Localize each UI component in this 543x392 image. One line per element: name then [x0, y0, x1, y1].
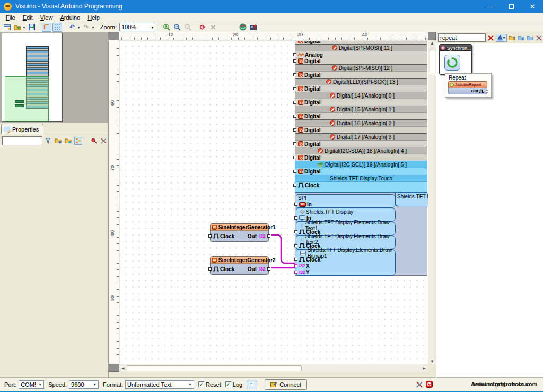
pin-digital[interactable]: Digital — [295, 168, 427, 175]
minimize-button[interactable]: — — [479, 0, 501, 13]
speed-select[interactable]: 9600▼ — [69, 380, 99, 389]
pin-connector[interactable] — [293, 156, 296, 159]
panel-settings-icon[interactable] — [100, 137, 108, 145]
pin-digital[interactable]: Digital — [295, 141, 427, 147]
format-select[interactable]: Unformatted Text▼ — [125, 380, 194, 389]
pin-y[interactable]: I32Y — [296, 269, 395, 275]
pin-connector[interactable] — [294, 216, 297, 220]
redo-dropdown-caret[interactable]: ▼ — [91, 25, 95, 29]
channel-block[interactable]: Digital(LED)(SPI-SCK)[ 13 ]Digital — [295, 78, 427, 92]
reconnect-button[interactable]: ⟳ — [198, 23, 207, 32]
power-info-icon[interactable] — [425, 380, 433, 388]
new-project-button[interactable] — [2, 23, 12, 32]
search-filter-wizard-icon[interactable]: ▼ — [496, 34, 507, 42]
pin-connector[interactable] — [294, 258, 297, 261]
pin-connector[interactable] — [293, 73, 296, 76]
pin-in[interactable]: SPIIn — [296, 201, 395, 207]
clear-search-icon[interactable] — [487, 34, 495, 42]
save-button[interactable] — [27, 23, 37, 32]
design-canvas[interactable]: DigitalDigital(SPI-MOSI)[ 11 ]AnalogDigi… — [120, 41, 428, 364]
menu-file[interactable]: File — [2, 13, 19, 22]
pin-clock[interactable]: Clock — [211, 233, 248, 239]
channel-block[interactable]: Digital[ 17 ]/AnalogIn[ 3 ]Digital — [295, 133, 427, 147]
channel-block[interactable]: Digital[ 16 ]/AnalogIn[ 2 ]Digital — [295, 119, 427, 133]
delete-button[interactable]: ✕ — [208, 23, 218, 32]
menu-edit[interactable]: Edit — [19, 13, 37, 22]
pin-clock[interactable]: Clock — [296, 256, 395, 263]
pin-digital[interactable]: Digital — [295, 154, 427, 161]
undo-dropdown-caret[interactable]: ▼ — [77, 25, 81, 29]
pin-connector[interactable] — [293, 101, 296, 104]
grid-toggle[interactable] — [52, 23, 62, 32]
pin-digital[interactable]: Digital — [295, 127, 427, 133]
undo-button[interactable]: ↶ — [67, 23, 77, 32]
zoom-out-button[interactable] — [172, 23, 182, 32]
pin-connector[interactable] — [294, 264, 297, 267]
pin-connector[interactable] — [293, 170, 296, 173]
pin-connector[interactable] — [208, 267, 212, 271]
pin-connector[interactable] — [293, 59, 296, 63]
scroll-down-arrow[interactable]: ▼ — [430, 359, 434, 364]
board-settings-icon[interactable] — [415, 380, 424, 388]
pin-analog[interactable]: Analog — [295, 51, 427, 58]
upload-to-board-button[interactable] — [249, 23, 258, 32]
pin-connector[interactable] — [293, 115, 296, 118]
open-project-button[interactable] — [13, 23, 22, 32]
channel-block[interactable]: Digital(SPI-MOSI)[ 11 ]AnalogDigital — [295, 44, 427, 64]
pin-digital[interactable]: Digital — [295, 113, 427, 119]
pin-panel-icon[interactable] — [90, 137, 98, 145]
pin-connector[interactable] — [267, 234, 270, 238]
pin-connector[interactable] — [293, 53, 296, 56]
vertical-scrollbar[interactable]: ▲ ▼ — [428, 41, 436, 364]
connect-button[interactable]: Connect — [265, 379, 307, 390]
component-sineintegergenerator2[interactable]: 123SineIntegerGenerator2ClockOutI32 — [210, 256, 269, 275]
scroll-left-arrow[interactable]: ◄ — [121, 366, 125, 371]
route-wires-toggle[interactable] — [42, 23, 51, 32]
pin-connector[interactable] — [294, 244, 297, 247]
pin-digital[interactable]: Digital — [295, 85, 427, 92]
pin-connector[interactable] — [295, 41, 296, 42]
component-sineintegergenerator1[interactable]: 123SineIntegerGenerator1ClockOutI32 — [210, 223, 269, 242]
channel-block[interactable]: Digital(SPI-MISO)[ 12 ]Digital — [295, 64, 427, 78]
pin-connector[interactable] — [294, 230, 297, 233]
zoom-in-button[interactable] — [162, 23, 171, 32]
search-result-tile[interactable]: Synchron... — [439, 44, 472, 75]
pin-connector[interactable] — [293, 128, 296, 132]
filter-funnel-icon[interactable] — [44, 137, 52, 145]
minimap[interactable] — [2, 33, 63, 122]
close-button[interactable]: ✕ — [522, 0, 543, 13]
serial-terminal-icon[interactable] — [247, 380, 257, 389]
channel-block[interactable]: Digital[ 15 ]/AnalogIn[ 1 ]Digital — [295, 106, 427, 119]
pin-x[interactable]: I32X — [296, 263, 395, 269]
category-help-folder-icon[interactable]: ? — [508, 34, 516, 42]
repeat-component-icon[interactable] — [444, 55, 460, 71]
pin-connector[interactable] — [208, 234, 212, 238]
scroll-up-arrow[interactable]: ▲ — [430, 41, 434, 46]
vertical-scroll-thumb[interactable] — [430, 50, 435, 75]
log-checkbox[interactable]: ✓Log — [225, 381, 242, 388]
menu-help[interactable]: Help — [84, 13, 103, 22]
reset-checkbox[interactable]: ✓Reset — [198, 381, 221, 388]
pin-connector[interactable] — [294, 271, 297, 274]
zoom-combobox[interactable]: 100% ▼ — [119, 23, 156, 31]
tab-properties[interactable]: Properties — [1, 124, 43, 134]
collapse-all-folder-icon[interactable]: - — [526, 34, 534, 42]
minimap-viewport[interactable] — [5, 76, 49, 121]
pin-out[interactable]: OutI32 — [248, 266, 265, 272]
redo-button[interactable]: ↷ — [82, 23, 91, 32]
port-select[interactable]: COM5 (L▼ — [19, 380, 44, 389]
pin-connector[interactable] — [294, 203, 297, 206]
horizontal-scroll-thumb[interactable] — [127, 365, 302, 371]
menu-arduino[interactable]: Arduino — [56, 13, 84, 22]
pin-connector[interactable] — [267, 267, 270, 271]
channel-block[interactable]: Digital(I2C-SDA)[ 18 ]/AnalogIn[ 4 ]Digi… — [295, 147, 427, 161]
pin-digital[interactable]: Digital — [295, 58, 427, 64]
help-web-button[interactable] — [238, 23, 248, 32]
channel-block[interactable]: Digital[ 14 ]/AnalogIn[ 0 ]Digital — [295, 92, 427, 106]
open-dropdown-caret[interactable]: ▼ — [22, 25, 26, 29]
pin-connector[interactable] — [293, 184, 296, 187]
pin-clock[interactable]: Clock — [211, 266, 248, 272]
pin-digital[interactable]: Digital — [295, 72, 427, 78]
menu-view[interactable]: View — [37, 13, 57, 22]
arrange-by-category-toggle[interactable] — [74, 137, 83, 145]
